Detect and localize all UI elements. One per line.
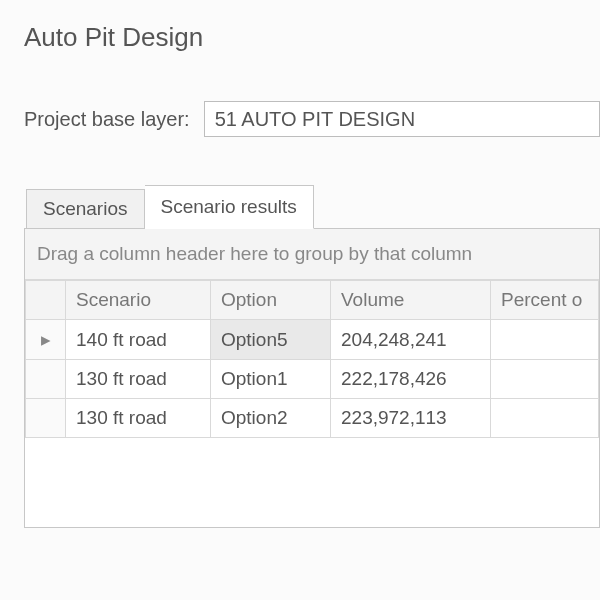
cell-option[interactable]: Option1 <box>211 360 331 399</box>
table-row[interactable]: ▸ 140 ft road Option5 204,248,241 <box>26 320 599 360</box>
cell-percent[interactable] <box>491 320 599 360</box>
column-header-volume[interactable]: Volume <box>331 281 491 320</box>
results-table: Scenario Option Volume Percent o ▸ 140 f… <box>25 280 599 438</box>
cell-volume[interactable]: 204,248,241 <box>331 320 491 360</box>
tabs: Scenarios Scenario results <box>26 185 600 228</box>
table-row[interactable]: 130 ft road Option2 223,972,113 <box>26 399 599 438</box>
group-by-hint[interactable]: Drag a column header here to group by th… <box>25 229 599 280</box>
column-header-percent[interactable]: Percent o <box>491 281 599 320</box>
project-base-layer-label: Project base layer: <box>24 108 190 131</box>
column-header-scenario[interactable]: Scenario <box>66 281 211 320</box>
cell-volume[interactable]: 223,972,113 <box>331 399 491 438</box>
row-indicator-empty <box>26 360 66 399</box>
cell-option[interactable]: Option5 <box>211 320 331 360</box>
cell-scenario[interactable]: 130 ft road <box>66 360 211 399</box>
project-base-layer-field: Project base layer: <box>24 101 600 137</box>
cell-percent[interactable] <box>491 399 599 438</box>
cell-option[interactable]: Option2 <box>211 399 331 438</box>
cell-percent[interactable] <box>491 360 599 399</box>
results-grid: Drag a column header here to group by th… <box>24 228 600 528</box>
column-header-indicator[interactable] <box>26 281 66 320</box>
column-header-option[interactable]: Option <box>211 281 331 320</box>
tab-scenario-results[interactable]: Scenario results <box>145 185 314 229</box>
table-row[interactable]: 130 ft road Option1 222,178,426 <box>26 360 599 399</box>
cell-scenario[interactable]: 130 ft road <box>66 399 211 438</box>
cell-scenario[interactable]: 140 ft road <box>66 320 211 360</box>
tab-scenarios[interactable]: Scenarios <box>26 189 145 229</box>
row-indicator-empty <box>26 399 66 438</box>
page-title: Auto Pit Design <box>24 22 600 53</box>
cell-volume[interactable]: 222,178,426 <box>331 360 491 399</box>
row-indicator-icon: ▸ <box>26 320 66 360</box>
project-base-layer-input[interactable] <box>204 101 600 137</box>
